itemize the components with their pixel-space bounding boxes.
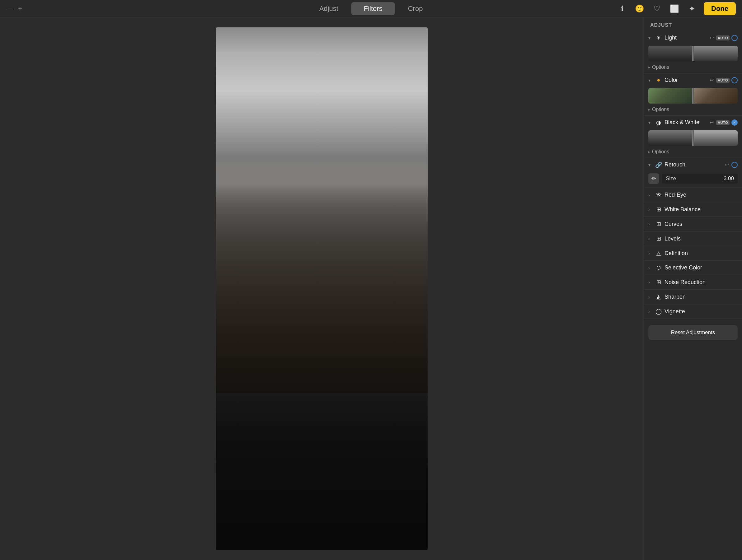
retouch-controls: ↩ [724, 161, 738, 168]
chevron-right-icon: › [648, 192, 653, 198]
light-controls: ↩ AUTO [709, 34, 738, 41]
definition-label: Definition [665, 250, 738, 257]
vignette-icon: ◯ [655, 308, 662, 315]
light-thumb-after [694, 46, 738, 61]
color-thumbnail [648, 88, 738, 104]
section-retouch-header[interactable]: ▾ 🔗 Retouch ↩ [644, 158, 742, 171]
section-definition[interactable]: › △ Definition [644, 246, 742, 261]
tab-adjust[interactable]: Adjust [307, 2, 351, 15]
color-controls: ↩ AUTO [709, 76, 738, 84]
color-icon: ● [655, 77, 662, 83]
color-auto-badge[interactable]: AUTO [716, 78, 730, 83]
definition-icon: △ [655, 250, 662, 257]
vignette-label: Vignette [665, 308, 738, 315]
chevron-down-icon: ▾ [648, 120, 653, 125]
color-indicator [731, 77, 738, 83]
done-button[interactable]: Done [704, 2, 736, 15]
section-bw-header[interactable]: ▾ ◑ Black & White ↩ AUTO ✓ [644, 116, 742, 129]
chevron-right-icon: › [648, 251, 653, 256]
tab-crop[interactable]: Crop [395, 2, 435, 15]
light-options-row[interactable]: ▸ Options [644, 63, 742, 73]
section-vignette[interactable]: › ◯ Vignette [644, 304, 742, 319]
options-chevron-right-icon: ▸ [648, 65, 650, 69]
color-options-row[interactable]: ▸ Options [644, 106, 742, 115]
photo-area [0, 17, 644, 560]
options-chevron-right-icon: ▸ [648, 150, 650, 154]
light-auto-badge[interactable]: AUTO [716, 36, 730, 41]
bw-thumb-before [648, 130, 692, 146]
bw-thumb-after [694, 130, 738, 146]
info-icon[interactable]: ℹ [617, 3, 628, 14]
light-title: Light [665, 35, 706, 41]
sharpen-label: Sharpen [665, 294, 738, 300]
section-sharpen[interactable]: › ◭ Sharpen [644, 290, 742, 304]
topbar: — + Adjust Filters Crop ℹ 🙂 ♡ ⬜ ✦ Done [0, 0, 742, 17]
light-icon: ☀ [655, 35, 662, 41]
topbar-plus[interactable]: + [18, 5, 22, 13]
reset-adjustments-button[interactable]: Reset Adjustments [648, 325, 738, 340]
chevron-right-icon: › [648, 222, 653, 226]
noise-reduction-icon: ⊞ [655, 279, 662, 286]
topbar-right: ℹ 🙂 ♡ ⬜ ✦ Done [617, 2, 736, 15]
red-eye-label: Red-Eye [665, 192, 738, 198]
light-indicator [731, 35, 738, 41]
white-balance-label: White Balance [665, 206, 738, 213]
chevron-right-icon: › [648, 265, 653, 270]
light-options-label: Options [652, 64, 669, 70]
bw-auto-badge[interactable]: AUTO [716, 120, 730, 125]
emoji-icon[interactable]: 🙂 [634, 3, 645, 14]
light-undo-button[interactable]: ↩ [709, 34, 714, 41]
heart-icon[interactable]: ♡ [651, 3, 662, 14]
photo-container [216, 27, 428, 550]
bw-options-row[interactable]: ▸ Options [644, 148, 742, 158]
section-levels[interactable]: › ⊞ Levels [644, 231, 742, 246]
section-noise-reduction[interactable]: › ⊞ Noise Reduction [644, 275, 742, 290]
levels-icon: ⊞ [655, 235, 662, 242]
retouch-tool-row: ✏ Size 3.00 [648, 173, 738, 184]
bw-indicator: ✓ [731, 119, 738, 126]
bw-undo-button[interactable]: ↩ [709, 119, 714, 126]
color-options-label: Options [652, 107, 669, 112]
color-thumb-divider [692, 88, 693, 104]
tab-group: Adjust Filters Crop [307, 2, 435, 15]
color-undo-button[interactable]: ↩ [709, 76, 714, 84]
retouch-content: ✏ Size 3.00 [644, 171, 742, 187]
section-light-header[interactable]: ▾ ☀ Light ↩ AUTO [644, 31, 742, 45]
section-red-eye[interactable]: › 👁 Red-Eye [644, 188, 742, 202]
photo-image [216, 27, 428, 550]
magic-icon[interactable]: ✦ [686, 3, 697, 14]
curves-label: Curves [665, 221, 738, 227]
bw-options-label: Options [652, 149, 669, 155]
white-balance-icon: ⊞ [655, 206, 662, 213]
section-retouch: ▾ 🔗 Retouch ↩ ✏ Size 3.00 [644, 158, 742, 188]
topbar-dash: — [6, 5, 13, 13]
section-white-balance[interactable]: › ⊞ White Balance [644, 202, 742, 217]
chevron-right-icon: › [648, 309, 653, 314]
levels-label: Levels [665, 235, 738, 242]
chevron-right-icon: › [648, 236, 653, 241]
chevron-right-icon: › [648, 294, 653, 299]
bw-thumb-divider [692, 130, 693, 146]
size-control: Size 3.00 [662, 174, 738, 183]
panel-header: ADJUST [644, 17, 742, 31]
color-thumb-after [694, 88, 738, 104]
retouch-undo-button[interactable]: ↩ [724, 161, 730, 168]
red-eye-icon: 👁 [655, 192, 662, 198]
light-thumb-before [648, 46, 692, 61]
bw-title: Black & White [665, 119, 706, 126]
retouch-pencil-icon[interactable]: ✏ [648, 173, 659, 184]
section-color-header[interactable]: ▾ ● Color ↩ AUTO [644, 73, 742, 87]
selective-color-icon: ⬡ [655, 265, 662, 271]
tab-filters[interactable]: Filters [352, 2, 395, 15]
chevron-down-icon: ▾ [648, 162, 653, 167]
retouch-icon: 🔗 [655, 162, 662, 168]
section-selective-color[interactable]: › ⬡ Selective Color [644, 261, 742, 275]
light-thumbnail [648, 46, 738, 61]
chevron-right-icon: › [648, 207, 653, 212]
export-icon[interactable]: ⬜ [669, 3, 680, 14]
color-title: Color [665, 77, 706, 83]
topbar-left: — + [6, 5, 22, 13]
section-light: ▾ ☀ Light ↩ AUTO ▸ Options [644, 31, 742, 73]
section-curves[interactable]: › ⊞ Curves [644, 217, 742, 231]
right-panel: ADJUST ▾ ☀ Light ↩ AUTO ▸ Options [644, 17, 742, 560]
